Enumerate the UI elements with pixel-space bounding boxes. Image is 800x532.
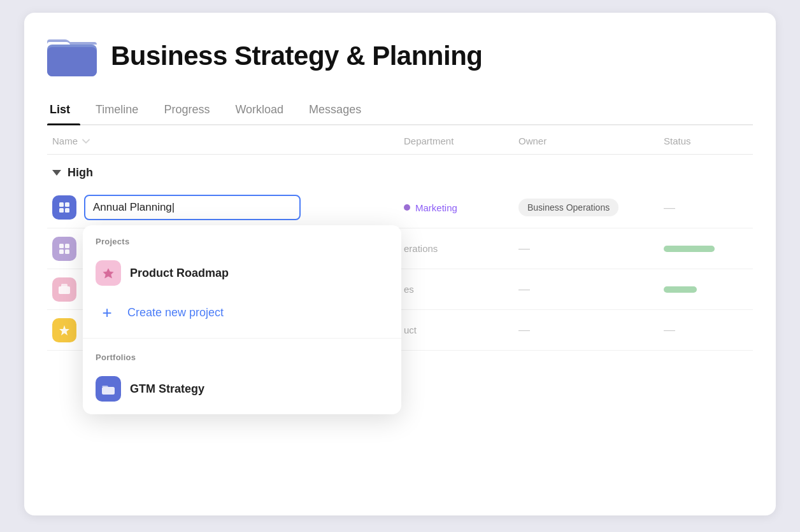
tab-workload[interactable]: Workload [222, 97, 296, 124]
dept-label-4: uct [404, 325, 417, 335]
task-icon-3 [52, 277, 76, 302]
task-icon-2 [52, 237, 76, 261]
dept-dot-1 [404, 204, 410, 211]
status-dash-4: — [664, 323, 675, 337]
portfolios-section: Portfolios GTM Strategy [83, 341, 401, 414]
gtm-strategy-label: GTM Strategy [130, 382, 204, 396]
svg-rect-2 [59, 202, 64, 207]
svg-rect-10 [59, 249, 64, 254]
owner-cell-4: — [518, 323, 664, 337]
product-roadmap-label: Product Roadmap [130, 267, 229, 280]
table-header: Name Department Owner Status [47, 125, 753, 155]
owner-cell-1: Business Operations [518, 199, 664, 216]
dept-label-2: erations [404, 243, 438, 254]
dept-cell-3: es [404, 284, 518, 295]
task-icon-4 [52, 318, 76, 342]
page-header: Business Strategy & Planning [47, 33, 753, 79]
tab-timeline[interactable]: Timeline [83, 97, 151, 124]
group-high[interactable]: High [47, 155, 753, 187]
col-header-status: Status [664, 136, 753, 146]
task-name-input[interactable] [84, 195, 301, 220]
status-cell-3 [664, 286, 753, 293]
owner-cell-3: — [518, 283, 664, 296]
status-bar-2 [664, 246, 715, 252]
dropdown-create-project[interactable]: + Create new project [83, 293, 401, 335]
main-card: Business Strategy & Planning List Timeli… [24, 13, 776, 515]
product-roadmap-icon [96, 260, 121, 286]
dropdown-section-portfolios: Portfolios [83, 341, 401, 368]
svg-rect-12 [59, 286, 70, 294]
owner-dash-3: — [518, 283, 530, 296]
create-plus-icon: + [96, 301, 118, 324]
task-name-cell-1 [47, 187, 404, 228]
svg-rect-11 [65, 249, 69, 254]
dept-label-3: es [404, 284, 414, 295]
col-header-owner: Owner [518, 136, 664, 146]
dropdown-section-projects: Projects [83, 225, 401, 253]
status-dash-1: — [664, 201, 675, 214]
svg-rect-3 [65, 202, 69, 207]
folder-icon [47, 33, 98, 79]
svg-rect-7 [102, 387, 115, 395]
tab-messages[interactable]: Messages [296, 97, 374, 124]
tab-list[interactable]: List [47, 97, 83, 124]
create-project-label: Create new project [127, 306, 224, 319]
group-arrow-high [52, 170, 61, 176]
group-label-high: High [68, 166, 93, 179]
svg-rect-13 [61, 284, 68, 287]
dropdown-item-gtm-strategy[interactable]: GTM Strategy [83, 368, 401, 409]
dept-label-1: Marketing [415, 202, 457, 213]
dropdown-menu: Projects Product Roadmap + Create new pr… [83, 225, 401, 414]
dept-cell-4: uct [404, 325, 518, 335]
dropdown-divider [83, 338, 401, 339]
svg-rect-8 [59, 244, 64, 248]
svg-rect-4 [59, 208, 64, 213]
table-row: Marketing Business Operations — Projects… [47, 187, 753, 228]
owner-chip-1: Business Operations [518, 199, 618, 216]
col-header-department: Department [404, 136, 518, 146]
svg-rect-1 [47, 47, 97, 76]
tab-progress[interactable]: Progress [151, 97, 222, 124]
svg-marker-14 [59, 325, 69, 335]
tabs-bar: List Timeline Progress Workload Messages [47, 97, 753, 125]
status-cell-2 [664, 246, 753, 252]
owner-cell-2: — [518, 242, 664, 255]
owner-dash-4: — [518, 323, 530, 337]
status-bar-3 [664, 286, 697, 293]
owner-dash-2: — [518, 242, 530, 255]
svg-marker-6 [103, 269, 113, 278]
svg-rect-9 [65, 244, 69, 248]
dept-cell-2: erations [404, 243, 518, 254]
col-header-name: Name [47, 136, 404, 146]
svg-rect-5 [65, 208, 69, 213]
gtm-folder-icon [96, 376, 121, 402]
dropdown-item-product-roadmap[interactable]: Product Roadmap [83, 253, 401, 293]
status-cell-1: — [664, 201, 753, 214]
task-icon-1 [52, 195, 76, 220]
dept-cell-1: Marketing [404, 202, 518, 213]
status-cell-4: — [664, 323, 753, 337]
page-title: Business Strategy & Planning [111, 41, 482, 71]
